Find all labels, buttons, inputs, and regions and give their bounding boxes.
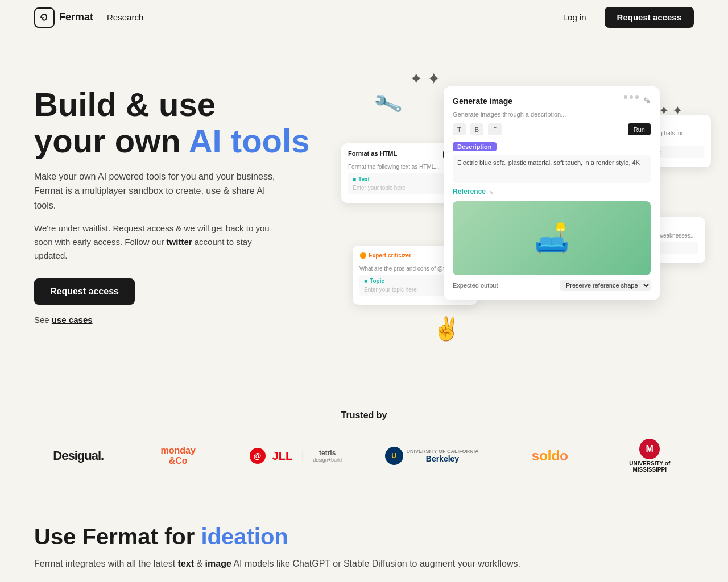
hero-right-mockup: ✦ ✦ ✦ ✦ 🔧 ✌️ Format as HTML Run Format t… — [341, 69, 694, 354]
jll-divider: | — [301, 451, 304, 461]
hero-description: Make your own AI powered tools for you a… — [34, 169, 284, 213]
logo-desigual: Desigual. — [50, 448, 107, 463]
dot-1 — [624, 95, 627, 99]
nav-research-link[interactable]: Research — [107, 13, 143, 22]
jll-text: JLL — [272, 450, 293, 463]
berkeley-icon: U — [385, 447, 403, 465]
trusted-label: Trusted by — [34, 410, 694, 421]
format-text-field: ■ Text Enter your topic here — [348, 173, 460, 194]
mississippi-icon: M — [639, 439, 660, 459]
toolbar-btn-b[interactable]: B — [470, 123, 483, 135]
hero-use-cases: See use cases — [34, 315, 330, 325]
generate-image-footer: Expected output Preserve reference shape — [453, 280, 651, 291]
hero-title-line2-plain: your own — [34, 122, 189, 159]
dot-2 — [630, 95, 633, 99]
logo-icon — [34, 7, 55, 28]
hero-title: Build & use your own AI tools — [34, 86, 330, 159]
logo-link[interactable]: Fermat — [34, 7, 93, 28]
berkeley-label: UNIVERSITY OF CALIFORNIA — [407, 448, 479, 454]
generate-image-header: Generate image ✎ — [453, 95, 651, 106]
brand-name: Fermat — [59, 11, 93, 23]
tetris-logo: tetris design+build — [313, 449, 342, 463]
toolbar-btn-t[interactable]: T — [453, 123, 466, 135]
description-textarea[interactable]: Electric blue sofa, plastic material, so… — [453, 155, 651, 183]
hero-title-line1: Build & use — [34, 86, 216, 123]
generate-image-subtitle: Generate images through a description... — [453, 111, 651, 118]
use-section-desc: Fermat integrates with all the latest te… — [34, 556, 694, 571]
expected-output-label: Expected output — [453, 282, 498, 289]
preserve-shape-select[interactable]: Preserve reference shape — [560, 280, 651, 291]
hero-title-highlight: AI tools — [189, 122, 310, 159]
login-button[interactable]: Log in — [554, 8, 595, 27]
mockup-generate-image-card: Generate image ✎ Generate images through… — [444, 86, 660, 300]
reference-edit-icon[interactable]: ✎ — [489, 190, 494, 196]
sofa-preview: 🛋️ — [453, 201, 651, 275]
navbar: Fermat Research Log in Request access — [0, 0, 728, 35]
trusted-section: Trusted by Desigual. monday&Co @ JLL | t… — [0, 388, 728, 490]
monday-text: monday&Co — [160, 446, 195, 465]
hero-description2: We're under waitlist. Request access & w… — [34, 222, 284, 263]
reference-label: Reference — [453, 188, 486, 196]
nav-left: Fermat Research — [34, 7, 143, 28]
hero-left: Build & use your own AI tools Make your … — [34, 69, 330, 325]
format-card-title: Format as HTML — [348, 150, 397, 157]
mississippi-text: UNIVERSITY ofMISSISSIPPI — [629, 460, 670, 473]
logo-berkeley: U UNIVERSITY OF CALIFORNIA Berkeley — [385, 447, 479, 465]
logos-row: Desigual. monday&Co @ JLL | tetris desig… — [34, 439, 694, 473]
use-fermat-section: Use Fermat for ideation Fermat integrate… — [0, 490, 728, 582]
format-card-header: Format as HTML Run — [348, 150, 460, 159]
jll-circle-icon: @ — [250, 448, 266, 464]
deco-hand-icon: ✌️ — [432, 315, 461, 342]
use-cases-link[interactable]: use cases — [52, 315, 93, 325]
logo-monday: monday&Co — [150, 446, 206, 465]
edit-icon[interactable]: ✎ — [643, 95, 651, 106]
berkeley-name: Berkeley — [407, 454, 479, 463]
use-title-plain: Use Fermat for — [34, 524, 201, 549]
toolbar-btn-arrow[interactable]: ⌃ — [488, 123, 502, 135]
logo-jll: @ JLL | tetris design+build — [250, 448, 342, 464]
expert-card-title: 🟠 Expert criticizer — [359, 252, 411, 259]
toolbar-run-button[interactable]: Run — [628, 123, 651, 135]
deco-wrench-icon: 🔧 — [372, 89, 404, 120]
logo-mississippi: M UNIVERSITY ofMISSISSIPPI — [621, 439, 678, 473]
desigual-text: Desigual. — [53, 448, 104, 463]
soldo-text: soldo — [532, 448, 568, 464]
generate-image-title: Generate image — [453, 97, 512, 106]
request-access-nav-button[interactable]: Request access — [605, 7, 694, 28]
dot-3 — [635, 95, 639, 99]
berkeley-text-wrap: UNIVERSITY OF CALIFORNIA Berkeley — [407, 448, 479, 463]
tetris-sub: design+build — [313, 457, 342, 463]
deco-stars-left: ✦ ✦ — [410, 69, 440, 88]
request-access-hero-button[interactable]: Request access — [34, 278, 135, 305]
hero-section: Build & use your own AI tools Make your … — [0, 35, 728, 388]
mississippi-logo: M UNIVERSITY ofMISSISSIPPI — [629, 439, 670, 473]
format-card-subtitle: Format the following text as HTML... — [348, 164, 460, 170]
format-text-placeholder: Enter your topic here — [353, 185, 455, 191]
format-text-label: ■ Text — [353, 176, 455, 182]
use-section-title: Use Fermat for ideation — [34, 524, 694, 550]
logo-soldo: soldo — [522, 448, 578, 464]
sofa-emoji: 🛋️ — [534, 222, 569, 255]
twitter-link[interactable]: twitter — [167, 237, 192, 247]
tetris-text: tetris — [313, 449, 342, 457]
generate-image-toolbar: T B ⌃ Run — [453, 123, 651, 135]
description-label: Description — [453, 142, 497, 151]
nav-right: Log in Request access — [554, 7, 694, 28]
use-title-highlight: ideation — [201, 524, 288, 549]
mockup-dots: ✎ — [624, 95, 651, 106]
